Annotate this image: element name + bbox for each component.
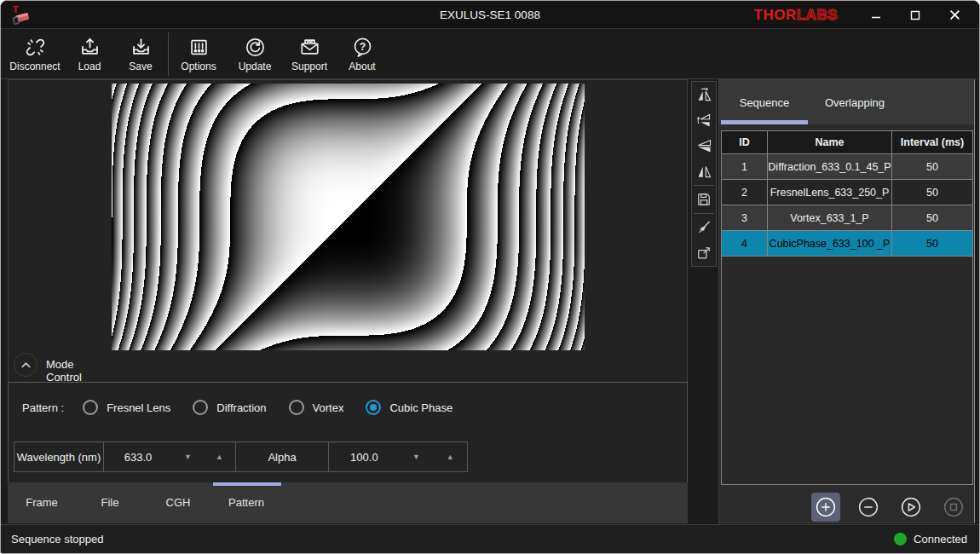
support-label: Support: [291, 61, 327, 72]
remove-sequence-button[interactable]: [854, 493, 883, 522]
tab-frame[interactable]: Frame: [8, 496, 76, 509]
remove-icon: [857, 496, 879, 518]
main-toolbar: Disconnect Load Save Options: [1, 30, 979, 79]
radio-circle-icon: [83, 400, 98, 415]
wavelength-decrement-icon[interactable]: ▼: [184, 453, 192, 461]
save-button[interactable]: Save: [113, 30, 168, 78]
flip-vertical-rotate-button[interactable]: [692, 107, 716, 133]
parameter-table: Wavelength (nm) 633.0 ▼ ▲ Alpha 100.0 ▼ …: [14, 441, 468, 472]
cell-name: Vortex_633_1_P: [768, 205, 892, 230]
clear-image-icon: [695, 219, 712, 236]
title-bar: T EXULUS-SE1 0088 THORLABS: [1, 1, 979, 29]
radio-label: Cubic Phase: [389, 401, 453, 414]
minimize-icon: [871, 10, 881, 20]
cell-id: 2: [722, 180, 768, 205]
table-row[interactable]: 1 Diffraction_633_0.1_45_P 50: [722, 154, 972, 180]
svg-text:?: ?: [359, 41, 366, 53]
minimize-button[interactable]: [856, 1, 896, 29]
image-toolbar: [691, 81, 717, 267]
cell-interval: 50: [892, 205, 972, 230]
cell-id: 4: [722, 231, 768, 256]
wavelength-value[interactable]: 633.0: [116, 451, 160, 464]
load-tray-up-arrow-icon: [78, 36, 101, 59]
flip-vertical-button[interactable]: [692, 133, 716, 159]
options-button[interactable]: Options: [169, 30, 228, 78]
radio-label: Diffraction: [216, 401, 266, 414]
clear-image-button[interactable]: [692, 215, 716, 240]
radio-cubic-phase[interactable]: Cubic Phase: [366, 400, 453, 415]
radio-circle-checked-icon: [366, 400, 381, 415]
add-sequence-button[interactable]: [811, 493, 840, 522]
alpha-value[interactable]: 100.0: [342, 451, 386, 464]
play-sequence-button[interactable]: [896, 493, 925, 522]
alpha-label: Alpha: [236, 442, 329, 471]
save-image-icon: [695, 191, 712, 208]
tab-cgh[interactable]: CGH: [144, 496, 212, 509]
alpha-increment-icon[interactable]: ▲: [447, 453, 454, 461]
radio-circle-icon: [193, 400, 208, 415]
sequence-table: ID Name Interval (ms) 1 Diffraction_633_…: [721, 130, 973, 485]
tab-overlapping[interactable]: Overlapping: [808, 96, 902, 109]
support-mail-icon: [298, 36, 321, 59]
load-button[interactable]: Load: [66, 30, 113, 78]
sequence-actions: [719, 493, 974, 524]
radio-label: Fresnel Lens: [107, 401, 170, 414]
table-row[interactable]: 3 Vortex_633_1_P 50: [722, 205, 972, 231]
export-image-button[interactable]: [692, 240, 716, 266]
flip-horizontal-icon: [695, 163, 713, 181]
update-refresh-icon: [244, 36, 267, 59]
maximize-button[interactable]: [896, 1, 935, 29]
status-message: Sequence stopped: [11, 533, 103, 545]
support-button[interactable]: Support: [281, 30, 337, 78]
alpha-decrement-icon[interactable]: ▼: [412, 453, 420, 461]
radio-label: Vortex: [313, 401, 344, 414]
close-button[interactable]: [935, 1, 974, 29]
flip-horizontal-rotate-button[interactable]: [692, 82, 716, 107]
cell-name: CubicPhase_633_100 _P: [768, 231, 892, 256]
stop-sequence-button[interactable]: [939, 493, 968, 522]
pattern-radio-group: Pattern : Fresnel Lens Diffraction Vorte…: [22, 396, 475, 418]
add-icon: [815, 496, 837, 518]
close-icon: [949, 9, 960, 20]
flip-horizontal-rotate-icon: [695, 86, 713, 104]
cell-name: FresnelLens_633_250_P: [768, 180, 892, 205]
update-button[interactable]: Update: [228, 30, 281, 78]
flip-vertical-icon: [695, 137, 713, 155]
collapse-mode-control-button[interactable]: [14, 353, 37, 377]
thorlabs-logo: THORLABS: [754, 7, 838, 24]
about-question-icon: ?: [351, 36, 374, 59]
flip-horizontal-button[interactable]: [692, 159, 716, 184]
save-label: Save: [129, 61, 152, 72]
cell-id: 1: [722, 154, 768, 179]
radio-diffraction[interactable]: Diffraction: [193, 400, 266, 415]
tab-pattern[interactable]: Pattern: [212, 496, 280, 509]
wavelength-increment-icon[interactable]: ▲: [216, 453, 223, 461]
load-label: Load: [78, 61, 101, 72]
tab-file[interactable]: File: [76, 496, 144, 509]
sequence-tab-bar: Sequence Overlapping: [719, 80, 974, 124]
status-bar: Sequence stopped Connected: [1, 524, 979, 553]
cell-name: Diffraction_633_0.1_45_P: [768, 154, 892, 179]
image-toolbar-separator: [694, 213, 714, 214]
table-row[interactable]: 2 FresnelLens_633_250_P 50: [722, 180, 972, 205]
pattern-label: Pattern :: [22, 401, 64, 414]
mode-tab-bar: Frame File CGH Pattern: [8, 482, 688, 522]
alpha-stepper[interactable]: 100.0 ▼ ▲: [329, 442, 467, 471]
wavelength-stepper[interactable]: 633.0 ▼ ▲: [104, 442, 236, 471]
radio-vortex[interactable]: Vortex: [289, 400, 344, 415]
about-button[interactable]: ? About: [337, 30, 387, 78]
options-label: Options: [181, 61, 216, 72]
sequence-panel: Sequence Overlapping ID Name Interval (m…: [718, 79, 975, 523]
radio-circle-icon: [289, 400, 304, 415]
display-panel: Mode Control Pattern : Fresnel Lens Diff…: [8, 79, 688, 523]
disconnect-button[interactable]: Disconnect: [4, 30, 66, 78]
cell-id: 3: [722, 205, 768, 230]
phase-pattern-canvas: [112, 84, 585, 350]
save-image-button[interactable]: [692, 187, 716, 212]
radio-fresnel-lens[interactable]: Fresnel Lens: [83, 400, 170, 415]
tab-sequence[interactable]: Sequence: [721, 96, 808, 109]
update-label: Update: [239, 61, 272, 72]
table-row-selected[interactable]: 4 CubicPhase_633_100 _P 50: [722, 231, 972, 257]
options-panel-icon: [187, 36, 210, 59]
active-tab-indicator: [213, 482, 281, 486]
